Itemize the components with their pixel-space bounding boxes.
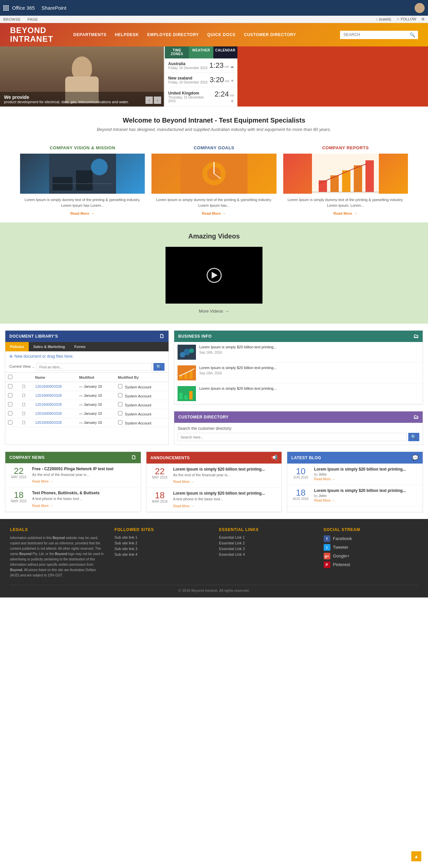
customer-search-button[interactable]: 🔍: [408, 433, 419, 441]
row-checkbox[interactable]: [8, 411, 12, 415]
col-modified: Modified: [76, 373, 115, 382]
row-checkbox[interactable]: [8, 420, 12, 425]
nav-helpdesk[interactable]: HELPDESK: [115, 32, 139, 37]
system-account-checkbox[interactable]: [118, 411, 122, 415]
footer-link[interactable]: Essential Link 1: [219, 535, 314, 539]
customer-dir-label: Search the customer directory:: [177, 426, 419, 431]
facebook-label: Facebook: [333, 536, 352, 541]
card-vision-read-more[interactable]: Read More →: [70, 211, 95, 216]
card-reports-read-more[interactable]: Read More →: [333, 211, 358, 216]
news-read-more[interactable]: Read More →: [32, 479, 53, 483]
hero-next-button[interactable]: ›: [154, 96, 161, 104]
nav-departments[interactable]: DEPARTMENTS: [73, 32, 106, 37]
blog-item: 18 AUG 2016 Lorem Ipsum is simply $20 bi…: [287, 485, 423, 506]
footer-link[interactable]: Essential Link 2: [219, 541, 314, 545]
business-text-3: Lorem Ipsum is simply $20 billion text p…: [199, 386, 277, 391]
cards-section: COMPANY VISION & MISSION Lorem Ipsum is …: [0, 138, 428, 222]
arrow-icon: →: [225, 309, 229, 314]
tab-calendar[interactable]: CALENDAR: [213, 46, 237, 58]
share-button[interactable]: ↑ SHARE: [376, 18, 391, 21]
footer-copyright: © 2016 Beyond Intranet. All rights reser…: [10, 585, 418, 592]
col-check: [5, 373, 19, 382]
system-account-checkbox[interactable]: [118, 393, 122, 397]
footer-link[interactable]: Sub site link 2: [115, 541, 209, 545]
play-button[interactable]: [207, 268, 222, 283]
customer-search-input[interactable]: [177, 433, 407, 441]
nav-customer-directory[interactable]: CUSTOMER DIRECTORY: [244, 32, 296, 37]
footer-link[interactable]: Sub site link 4: [115, 552, 209, 556]
blog-read-more[interactable]: Read More →: [314, 499, 335, 502]
row-checkbox[interactable]: [8, 393, 12, 397]
system-account-checkbox[interactable]: [118, 384, 122, 389]
news-item: 18 MAR 2016 Test Phones, Buttinskis, & B…: [5, 487, 141, 511]
system-account-checkbox[interactable]: [118, 420, 122, 425]
system-account-checkbox[interactable]: [118, 402, 122, 406]
footer-link[interactable]: Sub site link 3: [115, 547, 209, 551]
footer-legals-title: LEGALS: [10, 527, 105, 532]
news-grid: COMPANY NEWS 🗋 22 MAY 2016 Free - CZ2000…: [0, 452, 428, 519]
tab-weather[interactable]: WEATHER: [189, 46, 213, 58]
follow-button[interactable]: ☆ FOLLOW: [396, 17, 416, 21]
svg-rect-29: [184, 396, 188, 399]
arrow-icon: →: [50, 504, 53, 508]
arrow-icon: →: [50, 479, 53, 483]
blog-read-more[interactable]: Read More →: [314, 477, 335, 481]
announcement-item: 18 MAR 2016 Lorem Ipsum is simply $20 bi…: [146, 488, 282, 512]
tab-forms[interactable]: Forms: [69, 342, 90, 351]
svg-rect-16: [354, 165, 362, 192]
business-item: Lorem Ipsum is simply $20 billion text p…: [174, 383, 423, 404]
share-icon: ↑: [376, 18, 379, 21]
avatar[interactable]: [415, 3, 425, 13]
tab-sales-marketing[interactable]: Sales & Marketing: [29, 342, 70, 351]
news-read-more[interactable]: Read More →: [32, 504, 53, 508]
doc-library-icon: 🗋: [159, 333, 165, 339]
doc-search-button[interactable]: 🔍: [153, 363, 165, 371]
more-videos-link[interactable]: More Videos →: [199, 309, 229, 314]
nav-employee-directory[interactable]: EMPLOYEE DIRECTORY: [147, 32, 199, 37]
waffle-icon[interactable]: [3, 5, 9, 11]
ribbon-right: ↑ SHARE ☆ FOLLOW ⚙: [376, 17, 425, 21]
svg-rect-28: [179, 393, 182, 399]
footer-essential: ESSENTIAL LINKS Essential Link 1 Essenti…: [219, 527, 314, 578]
announcements-icon: 📢: [271, 455, 278, 461]
tab-policies[interactable]: Policies: [5, 342, 29, 351]
business-date-2: Sep 16th, 2016: [199, 371, 277, 375]
twitter-link[interactable]: t Tweeter: [324, 544, 418, 551]
footer-link[interactable]: Essential Link 4: [219, 552, 314, 556]
video-player[interactable]: [166, 247, 262, 304]
office365-label[interactable]: Office 365: [12, 5, 35, 11]
bottom-grid: DOCUMENT LIBRARY'S 🗋 Policies Sales & Ma…: [0, 323, 428, 452]
col-modified-by: Modified By: [115, 373, 169, 382]
search-button[interactable]: 🔍: [407, 31, 418, 39]
new-document-button[interactable]: ⊕ New document or drag files here:: [5, 351, 169, 361]
pinterest-link[interactable]: P Pinterest: [324, 561, 418, 568]
row-checkbox[interactable]: [8, 402, 12, 406]
search-input[interactable]: [340, 31, 407, 39]
browse-button[interactable]: BROWSE: [3, 18, 21, 21]
google-link[interactable]: g+ Google+: [324, 553, 418, 559]
date-badge: 18 MAR 2016: [150, 491, 170, 508]
business-item: Lorem Ipsum is simply $20 billion text p…: [174, 342, 423, 363]
doc-search-input[interactable]: [36, 363, 152, 371]
twitter-icon: t: [324, 544, 331, 551]
sharepoint-label[interactable]: SharePoint: [41, 5, 66, 11]
page-button[interactable]: PAGE: [27, 18, 38, 21]
ribbon: BROWSE PAGE ↑ SHARE ☆ FOLLOW ⚙: [0, 16, 428, 23]
row-checkbox[interactable]: [8, 384, 12, 389]
tab-timezones[interactable]: TIME ZONES: [165, 46, 189, 58]
header-search: 🔍: [340, 31, 418, 39]
announcement-read-more[interactable]: Read More →: [173, 504, 194, 508]
select-all-checkbox[interactable]: [8, 375, 12, 379]
business-info-icon: 🗂: [413, 333, 419, 339]
hero-prev-button[interactable]: ‹: [145, 96, 153, 104]
svg-point-5: [91, 159, 108, 175]
nav-quick-docs[interactable]: QUICK DOCS: [207, 32, 236, 37]
facebook-link[interactable]: f Facebook: [324, 535, 418, 542]
announcement-read-more[interactable]: Read More →: [173, 480, 194, 484]
card-goals-read-more[interactable]: Read More →: [202, 211, 226, 216]
hero-caption-title: We provide: [4, 94, 160, 100]
footer-social-title: SOCIAL STREAM: [324, 527, 418, 532]
footer-link[interactable]: Sub site link 1: [115, 535, 209, 539]
footer-link[interactable]: Essential Link 3: [219, 547, 314, 551]
settings-icon[interactable]: ⚙: [421, 17, 425, 21]
